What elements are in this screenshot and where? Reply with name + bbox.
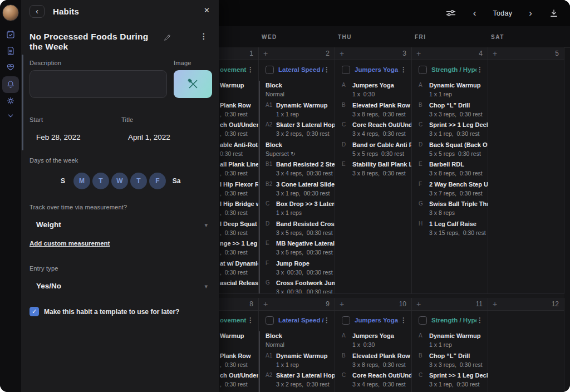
- workout-kebab-icon[interactable]: ⋮: [400, 316, 411, 324]
- day-circle-sa[interactable]: Sa: [168, 173, 185, 189]
- measurement-caret-icon[interactable]: ▾: [204, 222, 208, 229]
- template-checkbox[interactable]: ✓: [30, 307, 39, 316]
- exercise-name: 2 Way Bench Step Up: [429, 180, 488, 189]
- workout-title[interactable]: Lateral Speed / Plyo: [278, 317, 323, 324]
- add-event-button[interactable]: +: [263, 300, 268, 308]
- date-row: 8+9+10+11+12: [219, 298, 564, 311]
- exercise-name: Chop “L” Drill: [429, 351, 488, 360]
- workout-checkbox[interactable]: [266, 66, 274, 74]
- workout-title[interactable]: Strength / Hypertro...: [431, 66, 476, 73]
- exercise-row: A2Skater 3 Lateral Hops >> ...3 x 2 reps…: [266, 120, 335, 138]
- workout-kebab-icon[interactable]: ⋮: [476, 66, 488, 74]
- today-button[interactable]: Today: [493, 9, 512, 17]
- exercise-detail: , 0:30 rest: [220, 169, 258, 178]
- habit-image-thumbnail[interactable]: [174, 70, 212, 98]
- close-icon[interactable]: ✕: [204, 6, 210, 14]
- workout-checkbox[interactable]: [342, 66, 350, 74]
- exercise-row: Warmup: [220, 81, 258, 99]
- prev-week-button[interactable]: ‹: [471, 7, 479, 19]
- workout-title[interactable]: Strength / Hypertro...: [431, 317, 476, 324]
- add-event-button[interactable]: +: [340, 300, 344, 308]
- day-circle-t[interactable]: T: [130, 173, 147, 189]
- exercise-row: B23 Cone Lateral Slide3 x 1 rep, 00:30 r…: [266, 180, 335, 198]
- workout-checkbox[interactable]: [419, 66, 427, 74]
- day-circle-w[interactable]: W: [111, 173, 128, 189]
- exercise-detail: Normal: [266, 90, 335, 99]
- exercise-detail: 3 x 8 reps: [429, 208, 488, 217]
- week-content-row: ovement Q...⋮WarmupPlank Row, 0:30 restc…: [219, 60, 564, 294]
- panel-scrollbar[interactable]: [22, 55, 23, 150]
- add-event-button[interactable]: +: [340, 50, 344, 57]
- exercise-detail: 3 x 1 rep, 00:30 rest: [276, 189, 335, 198]
- workout-title[interactable]: ovement Q...: [220, 317, 247, 324]
- days-row: SMTWTFSa: [55, 173, 185, 189]
- date-cell: 8: [219, 298, 259, 310]
- workout-card-header: Lateral Speed / Plyo⋮: [259, 60, 335, 76]
- gear-icon[interactable]: [6, 96, 16, 106]
- exercise-label: A: [342, 81, 346, 90]
- exercise-label: A: [342, 331, 346, 340]
- workout-checkbox[interactable]: [342, 316, 350, 325]
- workout-kebab-icon[interactable]: ⋮: [323, 316, 335, 324]
- edit-pencil-icon[interactable]: [163, 33, 172, 42]
- workout-title[interactable]: Lateral Speed / Plyo: [278, 66, 323, 73]
- heart-pulse-icon[interactable]: [6, 62, 16, 72]
- workout-title[interactable]: Jumpers Yoga / Core: [355, 66, 400, 73]
- day-circle-m[interactable]: M: [73, 173, 90, 189]
- day-circle-s[interactable]: S: [55, 173, 71, 189]
- bell-icon[interactable]: [6, 80, 16, 90]
- back-button[interactable]: ‹: [30, 5, 45, 18]
- add-event-button[interactable]: +: [416, 300, 421, 308]
- workout-card-header: Strength / Hypertro...⋮: [412, 60, 488, 76]
- block-header: BlockSuperset ↻: [266, 140, 335, 158]
- measurement-select[interactable]: Weight: [36, 220, 61, 229]
- day-header-wed: WED: [259, 34, 335, 40]
- add-event-button[interactable]: +: [263, 50, 268, 57]
- exercise-name: Stability Ball Plank Linear ...: [352, 160, 411, 169]
- calendar-check-icon[interactable]: [6, 30, 16, 40]
- date-number: 3: [402, 50, 406, 57]
- workout-title[interactable]: Jumpers Yoga / Core: [355, 317, 400, 324]
- workout-kebab-icon[interactable]: ⋮: [323, 66, 335, 74]
- description-input[interactable]: [30, 70, 167, 98]
- day-circle-t[interactable]: T: [92, 173, 109, 189]
- habit-kebab-icon[interactable]: ⋮: [200, 32, 208, 41]
- exercise-name: Cross Footwork Jump Rope: [276, 278, 335, 287]
- exercise-name: Plank Row: [220, 351, 258, 360]
- day-circle-f[interactable]: F: [149, 173, 166, 189]
- exercise-row: BChop “L” Drill3 x 3 reps, 0:30 rest: [419, 351, 488, 369]
- date-cell: +5: [488, 47, 564, 60]
- exercise-label: G: [266, 278, 270, 287]
- entry-type-caret-icon[interactable]: ▾: [204, 283, 208, 290]
- workout-checkbox[interactable]: [419, 316, 427, 325]
- workout-title[interactable]: ovement Q...: [220, 66, 247, 73]
- exercise-name: Plank Row: [220, 101, 258, 110]
- add-event-button[interactable]: +: [493, 300, 497, 308]
- exercise-detail: [220, 287, 258, 293]
- exercise-label: C: [342, 120, 346, 129]
- workout-kebab-icon[interactable]: ⋮: [476, 316, 488, 324]
- week-content-row: ovement Q...⋮WarmupPlank Row, 0:30 restc…: [219, 311, 564, 392]
- workout-kebab-icon[interactable]: ⋮: [247, 66, 258, 74]
- download-icon[interactable]: [549, 8, 559, 18]
- add-event-button[interactable]: +: [416, 50, 421, 57]
- add-event-button[interactable]: +: [493, 50, 497, 57]
- exercise-label: B: [342, 351, 346, 360]
- exercise-detail: 1 x 0:30: [352, 90, 411, 99]
- exercise-detail: 3 x 2 reps, 0:30 rest: [276, 129, 335, 138]
- exercise-row: EStability Ball Plank Linear ...3 x 8 re…: [342, 160, 411, 178]
- exercise-row: able Anti-Rotati...0:30 rest: [220, 140, 258, 158]
- avatar[interactable]: [2, 4, 19, 21]
- workout-kebab-icon[interactable]: ⋮: [247, 316, 258, 324]
- document-icon[interactable]: [6, 46, 16, 56]
- add-custom-measurement-link[interactable]: Add custom measurement: [30, 240, 110, 247]
- workout-kebab-icon[interactable]: ⋮: [400, 66, 411, 74]
- exercise-row: B1Band Resisted 2 Step Late...3 x 4 reps…: [266, 160, 335, 178]
- start-date-value[interactable]: Feb 28, 2022: [36, 133, 81, 141]
- workout-checkbox[interactable]: [266, 316, 274, 325]
- chevron-down-icon[interactable]: [6, 111, 16, 121]
- entry-type-select[interactable]: Yes/No: [36, 282, 61, 290]
- filter-sliders-icon[interactable]: [445, 8, 456, 19]
- end-date-value[interactable]: April 1, 2022: [128, 133, 170, 141]
- next-week-button[interactable]: ›: [527, 7, 534, 19]
